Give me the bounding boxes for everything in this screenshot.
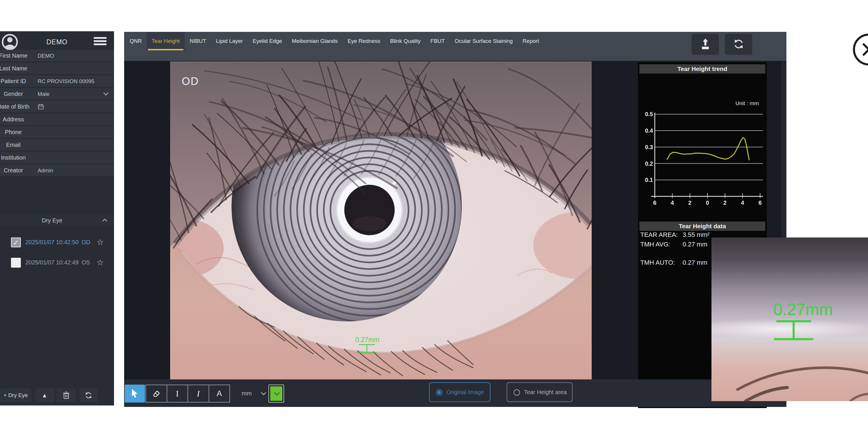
eye-photo — [170, 61, 592, 379]
svg-text:0.5: 0.5 — [645, 111, 653, 117]
inset-measurement-annotation: 0.27mm — [773, 300, 833, 343]
magnified-measurement-inset: 0.27mm — [711, 237, 868, 401]
exam-item-od[interactable]: ✓ 2025/01/07 10:42:50 OD ☆ — [0, 236, 114, 250]
field-address[interactable]: Address — [0, 114, 114, 125]
field-gender[interactable]: Gender Male — [0, 88, 114, 99]
radio-icon — [436, 389, 442, 396]
field-phone[interactable]: Phone — [0, 126, 114, 138]
export-button[interactable] — [691, 34, 719, 55]
cursor-icon — [131, 389, 138, 399]
delete-button[interactable] — [57, 388, 76, 402]
annotation-tool-group: I I A — [146, 385, 230, 403]
patient-sidebar: DEMO First Name DEMO Last Name Patient I… — [0, 31, 114, 405]
tab-qnr[interactable]: QNR — [125, 32, 147, 51]
exam-item-os[interactable]: 2025/01/07 10:42:49 OS ☆ — [0, 256, 114, 270]
svg-text:2: 2 — [723, 200, 726, 206]
view-option-tear-height-area[interactable]: Tear Height area — [507, 382, 572, 402]
tab-tear-height[interactable]: Tear Height — [147, 32, 185, 51]
svg-text:2: 2 — [688, 200, 691, 206]
svg-text:0: 0 — [706, 200, 709, 206]
view-option-original-image[interactable]: Original Image — [429, 382, 490, 402]
text-tool-button[interactable]: A — [209, 385, 230, 402]
tab-blink-quality[interactable]: Blink Quality — [385, 32, 426, 51]
chevron-down-icon — [261, 392, 267, 396]
eye-side-label: OD — [182, 75, 199, 87]
chevron-up-icon — [102, 219, 107, 222]
svg-text:6: 6 — [653, 200, 656, 206]
eye-image-viewer[interactable]: OD 0.27mm — [170, 61, 592, 379]
tab-ocular-surface-staining[interactable]: Ocular Surface Staining — [450, 32, 518, 51]
tab-eye-redness[interactable]: Eye Redness — [343, 32, 385, 51]
cursor-tool-button[interactable] — [125, 385, 145, 403]
field-creator[interactable]: Creator Admin — [0, 165, 114, 176]
svg-text:6: 6 — [758, 200, 762, 206]
unit-dropdown[interactable]: mm — [238, 385, 269, 403]
add-dry-eye-button[interactable]: + Dry Eye — [0, 388, 31, 402]
radio-icon — [514, 389, 520, 396]
tmh-measurement-annotation: 0.27mm — [355, 336, 379, 355]
sync-icon — [733, 38, 744, 50]
analysis-panel: QNR Tear Height NIBUT Lipid Layer Eyelid… — [124, 32, 786, 407]
calendar-icon — [38, 104, 44, 110]
ibeam-tool-button[interactable]: I — [167, 385, 188, 402]
tab-fbut[interactable]: FBUT — [426, 32, 450, 51]
patient-fields: First Name DEMO Last Name Patient ID RC … — [0, 49, 114, 176]
tab-eyelid-edge[interactable]: Eyelid Edge — [248, 32, 287, 51]
star-icon[interactable]: ☆ — [97, 237, 104, 247]
eraser-icon — [152, 389, 161, 398]
refresh-icon — [85, 392, 92, 399]
tear-height-trend-chart: Unit : mm0.10.20.30.40.56420246 — [638, 74, 767, 225]
field-email[interactable]: Email — [0, 139, 114, 151]
svg-text:0.3: 0.3 — [645, 144, 653, 150]
analysis-tabs: QNR Tear Height NIBUT Lipid Layer Eyelid… — [125, 32, 544, 51]
star-icon[interactable]: ☆ — [97, 258, 104, 267]
menu-icon[interactable] — [94, 37, 106, 47]
chevron-down-icon — [103, 92, 109, 96]
tab-meibomian-glands[interactable]: Meibomian Glands — [287, 32, 343, 51]
svg-text:0.2: 0.2 — [645, 161, 653, 167]
svg-text:4: 4 — [741, 200, 744, 206]
svg-text:4: 4 — [671, 200, 674, 206]
ibeam-marker-icon — [773, 319, 814, 342]
field-last-name[interactable]: Last Name — [0, 63, 114, 74]
close-button[interactable] — [853, 34, 868, 65]
close-icon — [861, 42, 868, 57]
italic-text-tool-button[interactable]: I — [188, 385, 209, 402]
tab-bar: QNR Tear Height NIBUT Lipid Layer Eyelid… — [124, 32, 786, 61]
chevron-down-icon — [273, 392, 280, 396]
confirm-green-indicator — [270, 386, 282, 401]
refresh-button[interactable] — [79, 388, 98, 402]
tab-report[interactable]: Report — [518, 32, 544, 51]
svg-text:0.1: 0.1 — [645, 177, 653, 183]
confirm-button[interactable] — [269, 385, 284, 403]
tab-nibut[interactable]: NIBUT — [185, 32, 211, 51]
exam-group-header[interactable]: Dry Eye — [0, 214, 114, 227]
field-first-name[interactable]: First Name DEMO — [0, 50, 114, 61]
trend-section-title: Tear Height trend — [640, 64, 765, 74]
exam-group-title: Dry Eye — [0, 217, 104, 224]
trash-icon — [63, 392, 70, 399]
svg-text:0.4: 0.4 — [645, 127, 653, 134]
eraser-tool-button[interactable] — [146, 385, 167, 402]
reload-button[interactable] — [725, 34, 752, 55]
ibeam-marker-icon — [355, 344, 378, 354]
svg-text:Unit : mm: Unit : mm — [736, 100, 759, 106]
tab-lipid-layer[interactable]: Lipid Layer — [211, 32, 248, 51]
field-institution[interactable]: Institution — [0, 152, 114, 163]
collapse-button[interactable]: ▲ — [35, 388, 54, 402]
field-patient-id[interactable]: Patient ID RC PROVISION 00095 — [0, 75, 114, 87]
exam-checkbox[interactable]: ✓ — [11, 237, 21, 247]
exam-checkbox[interactable] — [11, 258, 21, 268]
field-date-of-birth[interactable]: Date of Birth — [0, 101, 114, 112]
upload-icon — [700, 38, 711, 50]
data-section-title: Tear Height data — [640, 222, 765, 231]
